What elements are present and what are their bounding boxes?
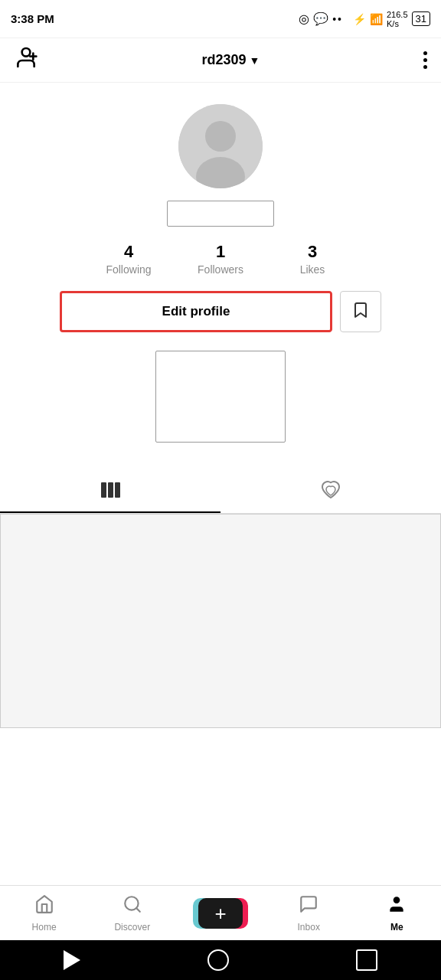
following-label: Following (106, 263, 151, 276)
edit-profile-button[interactable]: Edit profile (60, 291, 332, 332)
bottom-nav: Home Discover + Inbo (0, 885, 441, 940)
inbox-icon (299, 894, 318, 919)
tab-grid[interactable] (0, 473, 220, 513)
bookmark-button[interactable] (340, 291, 381, 332)
status-icons: ◎ 💬 •• ⚡ 📶 216.5K/s 31 (299, 10, 430, 28)
grid-icon (100, 481, 121, 504)
dot-3 (423, 65, 427, 69)
profile-content-box (155, 351, 286, 443)
nav-inbox[interactable]: Inbox (265, 894, 353, 933)
avatar[interactable] (178, 104, 263, 188)
plus-icon: + (214, 903, 226, 923)
top-nav: rd2309 ▼ (0, 38, 441, 83)
stat-following[interactable]: 4 Following (83, 242, 175, 276)
nav-me[interactable]: Me (353, 894, 441, 933)
following-count: 4 (124, 242, 133, 262)
home-icon (34, 894, 54, 919)
username-dropdown[interactable]: rd2309 ▼ (202, 52, 260, 68)
whatsapp-icon: 💬 (313, 11, 328, 26)
svg-line-10 (136, 908, 140, 912)
signal-icon: 📶 (370, 13, 383, 25)
bluetooth-icon: ⚡ (353, 13, 366, 25)
avatar-image (178, 104, 263, 188)
profile-section: 4 Following 1 Followers 3 Likes Edit pro… (0, 83, 441, 466)
followers-label: Followers (198, 263, 243, 276)
followers-count: 1 (216, 242, 225, 262)
svg-rect-7 (108, 482, 113, 498)
stat-followers[interactable]: 1 Followers (175, 242, 266, 276)
recents-button[interactable] (356, 949, 377, 971)
content-area (0, 514, 441, 728)
system-nav-bar (0, 940, 441, 980)
svg-point-11 (394, 897, 400, 903)
speed-icon: 216.5K/s (387, 10, 408, 28)
dot-2 (423, 58, 427, 62)
bookmark-icon (351, 301, 370, 322)
svg-rect-8 (115, 482, 120, 498)
tab-liked[interactable] (220, 473, 441, 513)
nav-home[interactable]: Home (0, 894, 88, 933)
back-button[interactable] (64, 950, 80, 970)
battery-icon: 31 (412, 11, 430, 26)
me-icon (387, 894, 407, 919)
extra-icons: •• (332, 13, 343, 25)
username-input-box[interactable] (167, 201, 274, 227)
add-user-button[interactable] (14, 45, 38, 75)
action-row: Edit profile (60, 291, 381, 332)
svg-point-0 (22, 48, 31, 57)
status-bar: 3:38 PM ◎ 💬 •• ⚡ 📶 216.5K/s 31 (0, 0, 441, 38)
radar-icon: ◎ (299, 11, 309, 26)
nav-home-label: Home (32, 922, 57, 933)
likes-count: 3 (308, 242, 317, 262)
svg-point-4 (205, 121, 236, 152)
stat-likes[interactable]: 3 Likes (266, 242, 358, 276)
search-icon (122, 894, 142, 919)
likes-label: Likes (300, 263, 325, 276)
dropdown-arrow: ▼ (250, 54, 260, 67)
heart-outline-icon (320, 480, 341, 505)
username-text: rd2309 (202, 52, 247, 68)
nav-me-label: Me (390, 922, 403, 933)
nav-discover[interactable]: Discover (88, 894, 176, 933)
nav-discover-label: Discover (114, 922, 150, 933)
dot-1 (423, 51, 427, 55)
status-time: 3:38 PM (11, 12, 54, 25)
tabs-row (0, 473, 441, 514)
home-button[interactable] (207, 949, 229, 971)
stats-row: 4 Following 1 Followers 3 Likes (15, 242, 426, 276)
svg-rect-6 (101, 482, 106, 498)
nav-inbox-label: Inbox (298, 922, 320, 933)
nav-create[interactable]: + (176, 897, 264, 930)
more-menu-button[interactable] (423, 51, 427, 69)
